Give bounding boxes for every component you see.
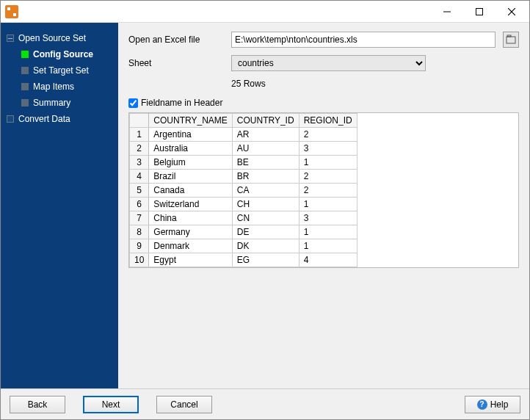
sidebar-item-label: Summary xyxy=(33,98,70,108)
button-bar: Back Next Cancel ? Help xyxy=(1,388,529,419)
app-icon xyxy=(5,5,18,18)
open-file-label: Open an Excel file xyxy=(128,35,224,45)
row-number: 9 xyxy=(130,239,149,253)
sheet-select[interactable]: countries xyxy=(231,55,426,71)
table-header[interactable]: COUNTRY_NAME xyxy=(149,114,232,128)
minimize-button[interactable] xyxy=(431,1,463,22)
sidebar-item-map-items[interactable]: Map Items xyxy=(20,79,114,95)
table-cell[interactable]: AU xyxy=(232,142,299,156)
table-corner xyxy=(130,114,149,128)
table-cell[interactable]: Canada xyxy=(149,184,232,198)
table-cell[interactable]: China xyxy=(149,211,232,225)
next-button[interactable]: Next xyxy=(83,396,139,413)
cancel-button[interactable]: Cancel xyxy=(156,396,212,413)
title-bar xyxy=(1,1,529,23)
row-number: 2 xyxy=(130,142,149,156)
help-button[interactable]: ? Help xyxy=(465,396,520,413)
row-number: 8 xyxy=(130,225,149,239)
maximize-button[interactable] xyxy=(463,1,495,22)
tree-toggle-icon[interactable] xyxy=(7,35,14,42)
table-row[interactable]: 9DenmarkDK1 xyxy=(130,239,357,253)
table-header[interactable]: REGION_ID xyxy=(299,114,357,128)
table-row[interactable]: 4BrazilBR2 xyxy=(130,170,357,184)
wizard-sidebar: Open Source Set Config Source Set Target… xyxy=(1,23,118,388)
help-icon: ? xyxy=(477,399,487,410)
table-row[interactable]: 7ChinaCN3 xyxy=(130,211,357,225)
table-cell[interactable]: Egypt xyxy=(149,253,232,267)
tree-node-icon xyxy=(7,115,14,123)
file-path-input[interactable] xyxy=(231,32,495,48)
bullet-icon xyxy=(21,99,29,106)
sheet-label: Sheet xyxy=(128,58,224,68)
table-cell[interactable]: CN xyxy=(232,211,299,225)
row-number: 4 xyxy=(130,170,149,184)
row-number: 5 xyxy=(130,184,149,198)
table-cell[interactable]: Germany xyxy=(149,225,232,239)
sidebar-item-summary[interactable]: Summary xyxy=(20,95,114,111)
svg-rect-5 xyxy=(507,35,511,37)
bullet-icon xyxy=(21,51,29,58)
table-cell[interactable]: 2 xyxy=(299,184,357,198)
browse-button[interactable] xyxy=(503,32,519,48)
preview-table: COUNTRY_NAMECOUNTRY_IDREGION_ID1Argentin… xyxy=(128,112,519,268)
table-row[interactable]: 10EgyptEG4 xyxy=(130,253,357,267)
sidebar-item-set-target-set[interactable]: Set Target Set xyxy=(20,62,114,79)
table-cell[interactable]: CH xyxy=(232,198,299,211)
table-cell[interactable]: Denmark xyxy=(149,239,232,253)
table-cell[interactable]: 2 xyxy=(299,170,357,184)
table-cell[interactable]: DE xyxy=(232,225,299,239)
bullet-icon xyxy=(21,83,29,90)
sidebar-item-label: Config Source xyxy=(33,49,93,59)
table-cell[interactable]: Argentina xyxy=(149,128,232,142)
fieldname-header-label: Fieldname in Header xyxy=(141,98,222,108)
back-button[interactable]: Back xyxy=(10,396,65,413)
table-row[interactable]: 5CanadaCA2 xyxy=(130,184,357,198)
table-cell[interactable]: CA xyxy=(232,184,299,198)
row-number: 7 xyxy=(130,211,149,225)
table-cell[interactable]: 1 xyxy=(299,225,357,239)
table-cell[interactable]: 3 xyxy=(299,142,357,156)
table-row[interactable]: 1ArgentinaAR2 xyxy=(130,128,357,142)
svg-rect-1 xyxy=(476,8,483,15)
fieldname-header-checkbox[interactable] xyxy=(128,98,138,108)
table-cell[interactable]: 4 xyxy=(299,253,357,267)
table-cell[interactable]: 3 xyxy=(299,211,357,225)
row-count-label: 25 Rows xyxy=(231,79,519,89)
sidebar-item-label: Open Source Set xyxy=(18,33,86,43)
row-number: 3 xyxy=(130,156,149,170)
table-header[interactable]: COUNTRY_ID xyxy=(232,114,299,128)
table-cell[interactable]: 2 xyxy=(299,128,357,142)
table-cell[interactable]: BR xyxy=(232,170,299,184)
folder-open-icon xyxy=(506,35,516,45)
table-cell[interactable]: BE xyxy=(232,156,299,170)
table-cell[interactable]: EG xyxy=(232,253,299,267)
table-cell[interactable]: 1 xyxy=(299,156,357,170)
table-cell[interactable]: Australia xyxy=(149,142,232,156)
sidebar-item-config-source[interactable]: Config Source xyxy=(20,46,114,62)
bullet-icon xyxy=(21,67,29,74)
row-number: 6 xyxy=(130,198,149,211)
table-cell[interactable]: DK xyxy=(232,239,299,253)
table-row[interactable]: 3BelgiumBE1 xyxy=(130,156,357,170)
row-number: 1 xyxy=(130,128,149,142)
row-number: 10 xyxy=(130,253,149,267)
sidebar-item-label: Set Target Set xyxy=(33,65,89,76)
content-panel: Open an Excel file Sheet countries 25 Ro… xyxy=(118,23,529,388)
table-cell[interactable]: 1 xyxy=(299,198,357,211)
svg-rect-4 xyxy=(507,37,515,43)
table-cell[interactable]: 1 xyxy=(299,239,357,253)
close-button[interactable] xyxy=(495,1,528,22)
table-row[interactable]: 6SwitzerlandCH1 xyxy=(130,198,357,211)
sidebar-item-convert-data[interactable]: Convert Data xyxy=(5,111,114,127)
sidebar-item-label: Convert Data xyxy=(18,114,70,124)
sidebar-item-open-source-set[interactable]: Open Source Set xyxy=(5,30,114,46)
table-cell[interactable]: Belgium xyxy=(149,156,232,170)
sidebar-item-label: Map Items xyxy=(33,82,74,92)
help-button-label: Help xyxy=(490,399,509,410)
table-row[interactable]: 8GermanyDE1 xyxy=(130,225,357,239)
table-cell[interactable]: Switzerland xyxy=(149,198,232,211)
table-cell[interactable]: Brazil xyxy=(149,170,232,184)
table-row[interactable]: 2AustraliaAU3 xyxy=(130,142,357,156)
table-cell[interactable]: AR xyxy=(232,128,299,142)
